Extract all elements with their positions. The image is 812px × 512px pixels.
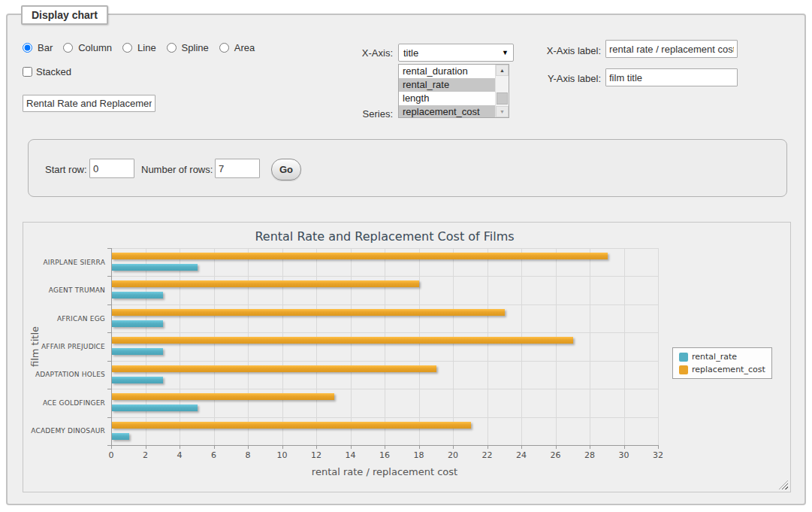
x-axis-title: rental rate / replacement cost <box>111 466 658 477</box>
legend-item-rental_rate[interactable]: rental_rate <box>679 352 765 362</box>
x-tick-label: 14 <box>340 450 362 460</box>
radio-column-label[interactable]: Column <box>78 42 112 53</box>
category-label: ACE GOLDFINGER <box>23 389 105 417</box>
radio-bar[interactable] <box>23 43 32 53</box>
x-tick-label: 20 <box>442 450 464 460</box>
x-tick-label: 12 <box>305 450 328 460</box>
x-tick-label: 6 <box>203 450 225 460</box>
category-label: AIRPLANE SIERRA <box>23 248 105 276</box>
y-axis-line <box>111 248 112 445</box>
x-tick-label: 24 <box>510 450 533 460</box>
num-rows-label: Number of rows: <box>141 164 213 175</box>
scroll-up-icon[interactable]: ▲ <box>496 65 509 76</box>
gridline-horizontal <box>111 332 658 333</box>
radio-line[interactable] <box>122 43 132 53</box>
stacked-label[interactable]: Stacked <box>36 66 71 77</box>
gridline-vertical <box>214 248 215 445</box>
gridline-vertical <box>385 248 385 445</box>
chart-legend: rental_ratereplacement_cost <box>672 347 772 379</box>
x-tick-label: 22 <box>476 450 499 460</box>
x-tick-label: 30 <box>613 450 635 460</box>
series-option-rows: rental_duration rental_rate length repla… <box>399 65 495 117</box>
bar-rental_rate[interactable] <box>112 292 163 298</box>
series-option-rental-rate[interactable]: rental_rate <box>399 78 495 92</box>
category-label: AGENT TRUMAN <box>23 276 105 304</box>
x-tick-label: 10 <box>271 450 294 460</box>
series-scrollbar[interactable]: ▲ ▼ <box>495 65 509 117</box>
x-tick-label: 18 <box>408 450 430 460</box>
y-axis-label-input[interactable] <box>605 68 738 86</box>
x-axis-select[interactable]: title ▼ <box>398 44 514 62</box>
scroll-down-icon[interactable]: ▼ <box>496 106 509 117</box>
legend-swatch-icon <box>679 365 688 374</box>
gridline-vertical <box>590 248 590 445</box>
x-tick-label: 0 <box>100 450 122 460</box>
radio-area[interactable] <box>219 43 229 53</box>
y-axis-title: film title <box>29 326 41 367</box>
x-tick-label: 28 <box>578 450 601 460</box>
chart-title-input[interactable] <box>23 95 155 112</box>
scrollbar-thumb[interactable] <box>497 92 508 105</box>
series-option-replacement-cost[interactable]: replacement_cost <box>399 105 495 117</box>
x-tick-label: 8 <box>237 450 259 460</box>
bar-rental_rate[interactable] <box>112 264 198 271</box>
chart-container: Rental Rate and Replacement Cost of Film… <box>23 222 791 492</box>
chart-title: Rental Rate and Replacement Cost of Film… <box>111 229 658 244</box>
legend-label: rental_rate <box>692 352 737 362</box>
gridline-horizontal <box>111 248 658 249</box>
x-axis-label-caption: X-Axis label: <box>537 45 601 56</box>
gridline-vertical <box>556 248 557 445</box>
x-tick-label: 4 <box>168 450 191 460</box>
radio-line-label[interactable]: Line <box>137 42 156 53</box>
bar-replacement_cost[interactable] <box>112 365 436 372</box>
go-button[interactable]: Go <box>271 159 301 180</box>
radio-area-label[interactable]: Area <box>234 42 255 53</box>
legend-label: replacement_cost <box>692 365 765 374</box>
gridline-horizontal <box>111 417 658 418</box>
bar-replacement_cost[interactable] <box>112 337 573 344</box>
x-tick-label: 26 <box>545 450 567 460</box>
bar-replacement_cost[interactable] <box>112 280 419 287</box>
start-row-input[interactable] <box>89 159 134 178</box>
x-axis-select-value: title <box>403 47 418 59</box>
gridline-horizontal <box>111 276 658 277</box>
bar-replacement_cost[interactable] <box>112 309 505 316</box>
y-axis-label-caption: Y-Axis label: <box>537 73 601 84</box>
series-option-length[interactable]: length <box>399 92 495 105</box>
x-tick-mark <box>658 445 659 449</box>
bar-rental_rate[interactable] <box>112 348 163 355</box>
radio-spline[interactable] <box>167 43 177 53</box>
gridline-vertical <box>658 248 659 445</box>
num-rows-input[interactable] <box>215 159 260 178</box>
legend-item-replacement_cost[interactable]: replacement_cost <box>679 365 765 374</box>
bar-rental_rate[interactable] <box>112 320 163 327</box>
bar-rental_rate[interactable] <box>112 433 129 440</box>
gridline-horizontal <box>111 361 658 362</box>
bar-rental_rate[interactable] <box>112 404 198 411</box>
gridline-horizontal <box>111 389 658 389</box>
radio-spline-label[interactable]: Spline <box>182 42 209 53</box>
series-label: Series: <box>334 108 393 120</box>
gridline-vertical <box>521 248 522 445</box>
chevron-down-icon: ▼ <box>502 49 509 56</box>
gridline-vertical <box>419 248 420 445</box>
x-axis-label-input[interactable] <box>605 40 738 58</box>
bar-rental_rate[interactable] <box>112 377 163 383</box>
stacked-checkbox[interactable] <box>23 67 32 77</box>
x-tick-label: 16 <box>373 450 396 460</box>
bar-replacement_cost[interactable] <box>112 253 608 259</box>
bar-replacement_cost[interactable] <box>112 422 471 429</box>
radio-column[interactable] <box>63 43 73 53</box>
radio-bar-label[interactable]: Bar <box>38 42 53 53</box>
chart-type-radio-group: Bar Column Line Spline Area <box>23 42 262 53</box>
start-row-label: Start row: <box>45 164 87 175</box>
series-listbox[interactable]: rental_duration rental_rate length repla… <box>398 64 509 118</box>
x-axis-select-label: X-Axis: <box>334 47 393 59</box>
series-option-rental-duration[interactable]: rental_duration <box>399 65 495 78</box>
gridline-vertical <box>180 248 180 445</box>
x-tick-label: 2 <box>134 450 157 460</box>
bar-replacement_cost[interactable] <box>112 393 334 400</box>
gridline-horizontal <box>111 304 658 305</box>
gridline-vertical <box>146 248 146 445</box>
gridline-vertical <box>453 248 454 445</box>
